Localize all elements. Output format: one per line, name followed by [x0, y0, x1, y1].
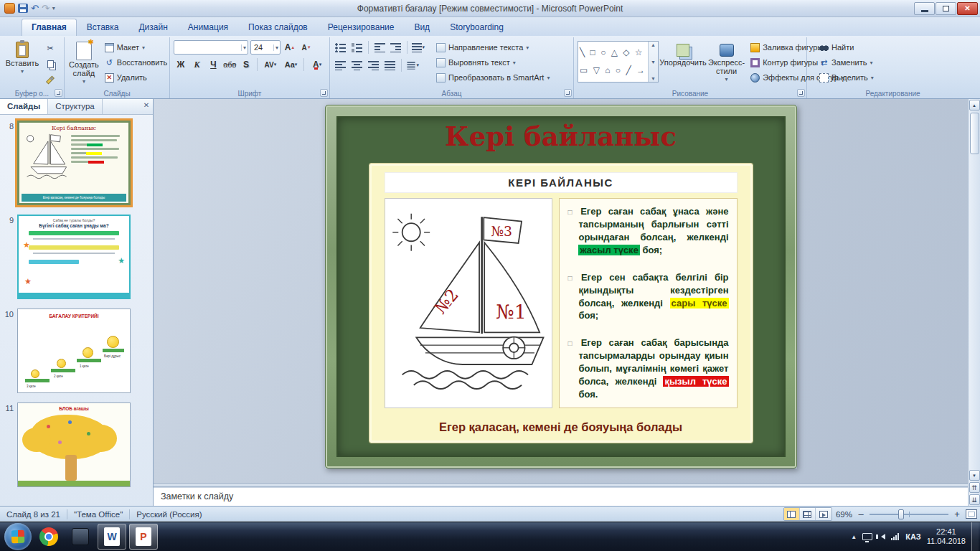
- shapes-gallery-scroll[interactable]: ▲ ▼ ▼: [648, 42, 658, 82]
- shapes-scroll-up-icon[interactable]: ▲: [651, 42, 656, 47]
- increase-indent-button[interactable]: [389, 40, 403, 55]
- tab-storyboarding[interactable]: Storyboarding: [440, 19, 514, 36]
- hidden-icons-chevron[interactable]: ▲: [851, 534, 857, 540]
- change-case-button[interactable]: Аа▾: [282, 57, 301, 72]
- scrollbar-thumb[interactable]: [970, 113, 979, 154]
- find-button[interactable]: Найти: [816, 40, 976, 55]
- arrange-button[interactable]: Упорядочить: [661, 39, 705, 87]
- start-button[interactable]: [4, 523, 32, 550]
- slide-9-thumbnail[interactable]: Сабақ не туралы болды? Бүгінгі сабақ сағ…: [17, 215, 131, 299]
- font-name-combo[interactable]: ▾: [174, 40, 248, 55]
- fit-to-window-button[interactable]: [966, 509, 977, 519]
- normal-view-button[interactable]: [784, 508, 800, 520]
- align-center-button[interactable]: [350, 58, 364, 72]
- language-indicator[interactable]: Русский (Россия): [130, 510, 208, 519]
- tab-slideshow[interactable]: Показ слайдов: [238, 19, 318, 36]
- slideshow-button[interactable]: [816, 508, 831, 520]
- vertical-scrollbar[interactable]: ▲ ▼ ⇈ ⇊: [968, 99, 980, 506]
- shapes-row-1[interactable]: ╲ □ ○ △ ◇ ☆: [580, 47, 644, 57]
- replace-button[interactable]: ⇄ Заменить ▾: [816, 55, 976, 70]
- cut-button[interactable]: ✂: [43, 41, 57, 55]
- redo-icon[interactable]: ↷: [42, 4, 50, 14]
- drawing-dialog-launcher[interactable]: [797, 89, 805, 97]
- paragraph-dialog-launcher[interactable]: [564, 89, 572, 97]
- text-shadow-button[interactable]: S: [239, 57, 253, 72]
- select-button[interactable]: Выделить ▾: [816, 70, 976, 85]
- restore-button[interactable]: [936, 2, 956, 15]
- slide-11-thumbnail[interactable]: БЛОБ ағашы: [17, 402, 131, 487]
- delete-slide-button[interactable]: ✕ Удалить: [102, 70, 170, 85]
- previous-slide-button[interactable]: ⇈: [969, 482, 980, 493]
- show-desktop-button[interactable]: [971, 522, 979, 551]
- shapes-more-icon[interactable]: ▼: [651, 76, 656, 81]
- zoom-out-button[interactable]: –: [856, 509, 866, 519]
- reset-slide-button[interactable]: ↺ Восстановить: [102, 55, 170, 70]
- zoom-level[interactable]: 69%: [836, 510, 852, 519]
- text-direction-button[interactable]: Направление текста ▾: [433, 40, 552, 55]
- tab-review[interactable]: Рецензирование: [318, 19, 405, 36]
- slide-10-thumbnail[interactable]: БАҒАЛАУ КРИТЕРИЙІ 3 қате 2 қате 1 қате: [17, 309, 131, 393]
- numbering-button[interactable]: [350, 40, 364, 55]
- font-color-button[interactable]: А▾: [308, 57, 326, 72]
- shapes-scroll-down-icon[interactable]: ▼: [651, 60, 656, 65]
- scroll-up-button[interactable]: ▲: [969, 100, 980, 110]
- slide-8-thumbnail[interactable]: Кері байланыс: [17, 121, 131, 205]
- columns-button[interactable]: ▾: [405, 58, 420, 72]
- display-tray-icon[interactable]: [862, 533, 872, 540]
- copy-button[interactable]: [43, 57, 57, 71]
- theme-name[interactable]: "Тема Office": [67, 510, 129, 519]
- format-painter-button[interactable]: [43, 72, 57, 87]
- keyboard-language-indicator[interactable]: КАЗ: [905, 532, 921, 541]
- pane-close-button[interactable]: ✕: [140, 99, 153, 114]
- slide-editing-area[interactable]: Кері байланыс КЕРІ БАЙЛАНЫС: [154, 99, 968, 484]
- font-size-combo[interactable]: 24 ▾: [250, 40, 281, 55]
- grow-font-button[interactable]: А▲: [283, 40, 297, 55]
- volume-icon[interactable]: [878, 534, 885, 540]
- strikethrough-button[interactable]: абв: [222, 57, 237, 72]
- content-panel[interactable]: КЕРІ БАЙЛАНЫС: [369, 164, 753, 443]
- qat-customize-dropdown-icon[interactable]: ▾: [52, 5, 55, 11]
- shapes-row-2[interactable]: ▭ ▽ ⌂ ○ ╱ →: [580, 65, 646, 75]
- align-text-button[interactable]: Выровнять текст ▾: [433, 55, 552, 70]
- bullets-button[interactable]: [334, 40, 348, 55]
- chrome-taskbar-button[interactable]: [34, 524, 63, 550]
- network-icon[interactable]: [891, 533, 900, 540]
- zoom-slider-thumb[interactable]: [898, 509, 904, 519]
- zoom-in-button[interactable]: +: [952, 509, 962, 519]
- shapes-gallery[interactable]: ╲ □ ○ △ ◇ ☆ ▭ ▽ ⌂ ○ ╱ → ▲ ▼ ▼: [578, 41, 659, 83]
- minimize-button[interactable]: [914, 2, 935, 15]
- save-icon[interactable]: [18, 4, 28, 13]
- slide-title[interactable]: Кері байланыс: [338, 121, 784, 152]
- slide-sorter-button[interactable]: [800, 508, 816, 520]
- line-spacing-button[interactable]: ▾: [411, 40, 425, 55]
- taskbar-clock[interactable]: 22:41 11.04.2018: [927, 527, 966, 546]
- tab-slides-panel[interactable]: Слайды: [0, 99, 48, 114]
- character-spacing-button[interactable]: AV▾: [261, 57, 280, 72]
- convert-smartart-button[interactable]: Преобразовать в SmartArt ▾: [433, 70, 552, 85]
- paste-button[interactable]: Вставить ▾: [4, 39, 41, 87]
- notes-pane[interactable]: Заметки к слайду: [154, 487, 968, 506]
- layout-button[interactable]: Макет ▾: [102, 40, 170, 55]
- powerpoint-taskbar-button[interactable]: P: [129, 524, 158, 550]
- align-right-button[interactable]: [367, 58, 381, 72]
- tab-design[interactable]: Дизайн: [128, 19, 177, 36]
- quick-styles-button[interactable]: Экспресс-стили ▾: [707, 39, 745, 87]
- italic-button[interactable]: К: [190, 57, 204, 72]
- new-slide-button[interactable]: Создать слайд ▾: [68, 39, 100, 87]
- shrink-font-button[interactable]: А▼: [299, 40, 314, 55]
- app-taskbar-button[interactable]: [66, 524, 95, 550]
- word-taskbar-button[interactable]: W: [98, 524, 126, 550]
- tab-outline-panel[interactable]: Структура: [48, 99, 103, 114]
- font-dialog-launcher[interactable]: [320, 89, 328, 97]
- tab-view[interactable]: Вид: [404, 19, 440, 36]
- align-left-button[interactable]: [334, 58, 348, 72]
- clipboard-dialog-launcher[interactable]: [55, 89, 62, 97]
- tab-animation[interactable]: Анимация: [178, 19, 238, 36]
- scroll-down-button[interactable]: ▼: [969, 470, 980, 481]
- close-button[interactable]: ✕: [957, 2, 978, 15]
- justify-button[interactable]: [383, 58, 397, 72]
- bold-button[interactable]: Ж: [174, 57, 188, 72]
- undo-icon[interactable]: ↶: [31, 4, 39, 14]
- zoom-slider[interactable]: [870, 514, 948, 515]
- powerpoint-app-icon[interactable]: [4, 3, 15, 14]
